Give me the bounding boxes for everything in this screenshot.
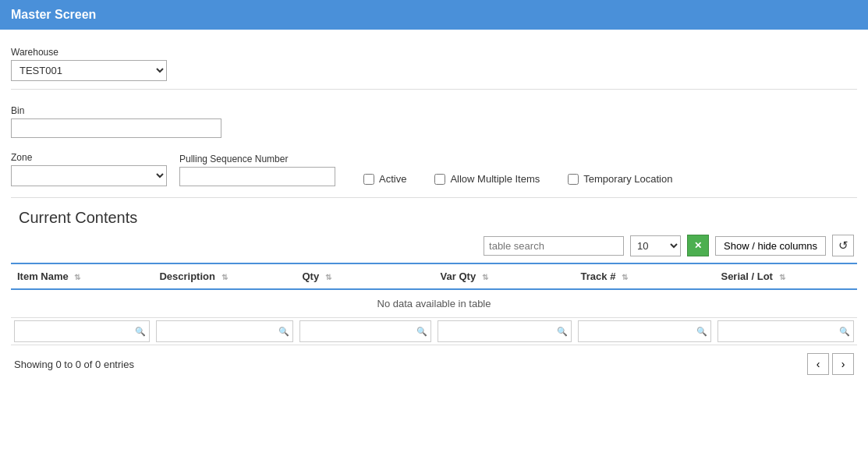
col-item-name-label: Item Name <box>17 270 69 282</box>
pulling-label: Pulling Sequence Number <box>179 154 335 164</box>
search-icon-item-name: 🔍 <box>135 327 146 337</box>
col-serial-lot-label: Serial / Lot <box>721 270 772 282</box>
pulling-input[interactable] <box>179 167 335 186</box>
filter-row: 🔍 🔍 🔍 <box>11 318 857 345</box>
col-description: Description ⇅ <box>153 263 296 289</box>
warehouse-field: Warehouse TEST001 TEST002 TEST003 <box>11 39 857 81</box>
filter-description: 🔍 <box>153 318 296 345</box>
show-hide-columns-button[interactable]: Show / hide columns <box>715 236 826 256</box>
col-serial-lot: Serial / Lot ⇅ <box>714 263 857 289</box>
sort-arrows-serial-lot[interactable]: ⇅ <box>779 273 785 281</box>
reset-button[interactable]: ↺ <box>832 235 854 256</box>
search-icon-track-num: 🔍 <box>696 327 707 337</box>
zone-field: Zone <box>11 144 167 186</box>
divider-1 <box>11 89 857 90</box>
table-search-input[interactable] <box>484 236 624 256</box>
temporary-location-label: Temporary Location <box>583 173 672 185</box>
search-icon-serial-lot: 🔍 <box>839 327 850 337</box>
pagination: ‹ › <box>807 353 854 375</box>
filter-item-name-input[interactable] <box>18 323 135 340</box>
temporary-location-checkbox-group: Temporary Location <box>568 173 672 186</box>
filter-track-num: 🔍 <box>575 318 715 345</box>
data-table: Item Name ⇅ Description ⇅ Qty ⇅ Var Qty … <box>11 263 857 345</box>
zone-row: Zone Pulling Sequence Number Active Allo… <box>11 144 857 186</box>
warehouse-label: Warehouse <box>11 47 857 58</box>
filter-serial-lot: 🔍 <box>714 318 857 345</box>
entries-text: Showing 0 to 0 of 0 entries <box>14 359 134 370</box>
temporary-location-checkbox[interactable] <box>568 174 579 185</box>
warehouse-select[interactable]: TEST001 TEST002 TEST003 <box>11 60 167 81</box>
prev-icon: ‹ <box>817 358 820 370</box>
page-size-select[interactable]: 10 25 50 100 <box>630 235 681 256</box>
section-title: Current Contents <box>19 209 857 227</box>
show-hide-label: Show / hide columns <box>724 240 817 252</box>
active-label: Active <box>379 173 406 185</box>
col-qty: Qty ⇅ <box>296 263 434 289</box>
filter-qty-input[interactable] <box>303 323 416 340</box>
filter-var-qty-input[interactable] <box>441 323 557 340</box>
zone-select[interactable] <box>11 165 167 186</box>
filter-var-qty: 🔍 <box>434 318 575 345</box>
filter-description-input[interactable] <box>160 323 278 340</box>
no-data-message: No data available in table <box>377 298 491 309</box>
table-controls: 10 25 50 100 ✕ Show / hide columns ↺ <box>11 235 857 256</box>
search-icon-qty: 🔍 <box>416 327 427 337</box>
bin-label: Bin <box>11 105 857 116</box>
reset-icon: ↺ <box>838 239 849 253</box>
bin-field: Bin <box>11 97 857 138</box>
sort-arrows-var-qty[interactable]: ⇅ <box>482 273 488 281</box>
col-var-qty: Var Qty ⇅ <box>434 263 575 289</box>
excel-icon: ✕ <box>694 240 702 251</box>
col-qty-label: Qty <box>303 270 320 282</box>
bin-input[interactable] <box>11 118 221 138</box>
sort-arrows-qty[interactable]: ⇅ <box>325 273 331 281</box>
active-checkbox[interactable] <box>363 174 374 185</box>
next-page-button[interactable]: › <box>832 353 854 375</box>
filter-item-name: 🔍 <box>11 318 153 345</box>
table-footer: Showing 0 to 0 of 0 entries ‹ › <box>11 345 857 378</box>
allow-multiple-checkbox-group: Allow Multiple Items <box>434 173 540 186</box>
search-icon-var-qty: 🔍 <box>557 327 568 337</box>
page-header: Master Screen <box>0 0 868 30</box>
no-data-row: No data available in table <box>11 289 857 318</box>
filter-serial-lot-input[interactable] <box>721 323 839 340</box>
search-icon-description: 🔍 <box>278 327 289 337</box>
prev-page-button[interactable]: ‹ <box>807 353 829 375</box>
col-track-num-label: Track # <box>581 270 616 282</box>
sort-arrows-description[interactable]: ⇅ <box>221 273 228 281</box>
sort-arrows-item-name[interactable]: ⇅ <box>74 273 80 281</box>
filter-qty: 🔍 <box>296 318 434 345</box>
allow-multiple-label: Allow Multiple Items <box>450 173 540 185</box>
sort-arrows-track-num[interactable]: ⇅ <box>622 273 628 281</box>
pulling-field: Pulling Sequence Number <box>179 146 335 186</box>
col-item-name: Item Name ⇅ <box>11 263 153 289</box>
page-title: Master Screen <box>11 8 96 21</box>
active-checkbox-group: Active <box>363 173 406 186</box>
current-contents-section: Current Contents 10 25 50 100 ✕ Show / h… <box>11 209 857 378</box>
allow-multiple-checkbox[interactable] <box>434 174 445 185</box>
filter-track-num-input[interactable] <box>582 323 697 340</box>
col-var-qty-label: Var Qty <box>441 270 477 282</box>
form-section: Warehouse TEST001 TEST002 TEST003 Bin Zo… <box>11 39 857 198</box>
table-header-row: Item Name ⇅ Description ⇅ Qty ⇅ Var Qty … <box>11 263 857 289</box>
next-icon: › <box>841 358 845 370</box>
col-track-num: Track # ⇅ <box>575 263 715 289</box>
col-description-label: Description <box>159 270 215 282</box>
zone-label: Zone <box>11 152 167 163</box>
excel-export-button[interactable]: ✕ <box>687 235 709 256</box>
